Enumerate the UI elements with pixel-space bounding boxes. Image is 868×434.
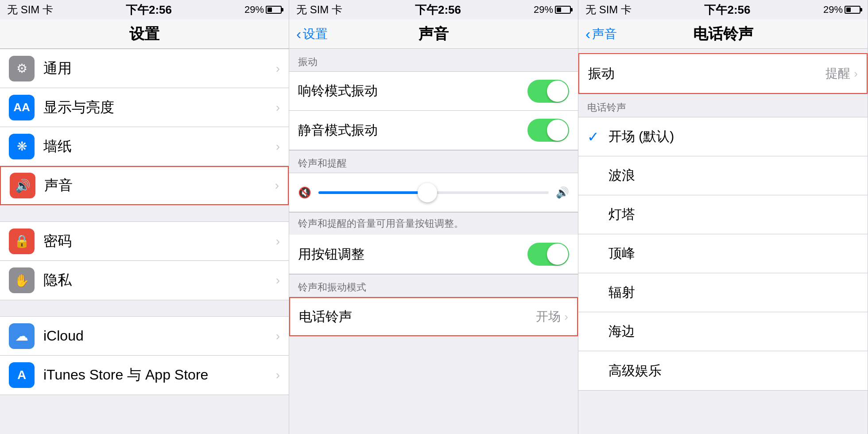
sound-back-button[interactable]: ‹ 设置 — [296, 25, 328, 43]
settings-group-2: 🔒 密码 › ✋ 隐私 › — [0, 221, 289, 300]
battery-pct-3: 29% — [823, 4, 843, 16]
phone-ringtone-label: 电话铃声 — [299, 308, 536, 326]
check-kaichang: ✓ — [587, 128, 601, 145]
general-icon: ⚙ — [9, 56, 35, 81]
vibration-header-label: 振动 — [298, 55, 318, 69]
tone-bolang-label: 波浪 — [608, 167, 635, 185]
chevron-passcode: › — [276, 234, 280, 248]
tone-dengta[interactable]: 灯塔 — [578, 195, 868, 234]
sound-panel: 无 SIM 卡 下午2:56 29% ‹ 设置 声音 振动 响铃模式振动 静音模… — [289, 0, 578, 434]
ringtone-nav-title: 电话铃声 — [693, 24, 753, 44]
volume-high-icon: 🔊 — [556, 186, 569, 199]
tone-gaoji[interactable]: 高级娱乐 — [578, 351, 868, 390]
display-label: 显示与亮度 — [43, 98, 276, 117]
tone-dingfeng-label: 顶峰 — [608, 244, 635, 263]
tone-haibian[interactable]: 海边 — [578, 312, 868, 351]
icloud-label: iCloud — [43, 328, 276, 344]
chevron-wallpaper: › — [276, 140, 280, 154]
nav-bar-sound: ‹ 设置 声音 — [289, 19, 578, 49]
settings-item-general[interactable]: ⚙ 通用 › — [0, 49, 289, 88]
time-3: 下午2:56 — [704, 2, 750, 18]
settings-item-icloud[interactable]: ☁ iCloud › — [0, 317, 289, 356]
icloud-icon: ☁ — [9, 323, 35, 349]
carrier-3: 无 SIM 卡 — [585, 3, 632, 17]
wallpaper-label: 墙纸 — [43, 137, 276, 156]
sound-back-label: 设置 — [303, 26, 328, 43]
phone-ringtone-item[interactable]: 电话铃声 开场 › — [289, 297, 578, 336]
tone-dengta-label: 灯塔 — [608, 205, 635, 224]
volume-slider-thumb[interactable] — [418, 183, 437, 202]
itunes-label: iTunes Store 与 App Store — [43, 365, 276, 385]
nav-bar-settings: 设置 — [0, 19, 289, 49]
back-chevron-ringtone: ‹ — [585, 25, 590, 43]
settings-item-wallpaper[interactable]: ❋ 墙纸 › — [0, 127, 289, 166]
ringtone-alerts-label: 铃声和提醒 — [298, 157, 347, 170]
adjust-buttons-item[interactable]: 用按钮调整 — [289, 235, 578, 274]
ring-vibrate-label: 响铃模式振动 — [298, 82, 527, 100]
ringtone-section-label: 电话铃声 — [587, 101, 626, 114]
carrier-2: 无 SIM 卡 — [296, 3, 342, 17]
display-icon: AA — [9, 95, 35, 120]
tone-dingfeng[interactable]: 顶峰 — [578, 234, 868, 273]
ringtone-list: ✓ 开场 (默认) 波浪 灯塔 顶峰 辐射 海边 高级娱乐 — [578, 117, 868, 391]
silent-vibrate-item[interactable]: 静音模式振动 — [289, 111, 578, 150]
sound-note: 铃声和提醒的音量可用音量按钮调整。 — [289, 213, 578, 235]
tone-bolang[interactable]: 波浪 — [578, 156, 868, 195]
ring-vibrate-item[interactable]: 响铃模式振动 — [289, 72, 578, 111]
sound-icon: 🔊 — [10, 173, 35, 198]
ringtone-section-header: 电话铃声 — [578, 94, 868, 117]
tone-kaichang[interactable]: ✓ 开场 (默认) — [578, 117, 868, 156]
settings-item-privacy[interactable]: ✋ 隐私 › — [0, 261, 289, 300]
general-label: 通用 — [43, 59, 276, 78]
toggle-knob-2 — [547, 120, 568, 141]
ring-vibration-modes-header: 铃声和振动模式 — [289, 274, 578, 297]
tone-fushe[interactable]: 辐射 — [578, 273, 868, 312]
vibrate-section: 振动 提醒 › — [578, 53, 868, 94]
ringtone-mode-section: 电话铃声 开场 › — [289, 297, 578, 337]
volume-slider-track[interactable] — [318, 191, 549, 194]
sound-note-text: 铃声和提醒的音量可用音量按钮调整。 — [298, 218, 464, 229]
volume-slider-row[interactable]: 🔇 🔊 — [289, 173, 578, 212]
battery-pct-2: 29% — [534, 4, 553, 16]
battery-icon-3 — [845, 6, 860, 14]
vibrate-value: 提醒 — [825, 65, 850, 82]
ringtone-alerts-header: 铃声和提醒 — [289, 150, 578, 173]
ring-vibrate-toggle[interactable] — [527, 80, 569, 103]
battery-icon-1 — [266, 6, 282, 14]
wallpaper-icon: ❋ — [9, 134, 35, 159]
vibrate-row[interactable]: 振动 提醒 › — [579, 54, 867, 93]
phone-ringtone-chevron: › — [564, 310, 568, 324]
tone-fushe-label: 辐射 — [608, 283, 635, 302]
settings-item-passcode[interactable]: 🔒 密码 › — [0, 222, 289, 261]
settings-title: 设置 — [129, 24, 159, 44]
phone-ringtone-value: 开场 — [536, 308, 561, 325]
battery-pct-1: 29% — [244, 4, 264, 16]
battery-1: 29% — [244, 4, 282, 16]
settings-item-sound[interactable]: 🔊 声音 › — [0, 166, 289, 205]
battery-3: 29% — [823, 4, 860, 16]
chevron-sound: › — [275, 178, 279, 193]
chevron-privacy: › — [276, 273, 280, 287]
itunes-icon: A — [9, 362, 35, 388]
vibration-section: 响铃模式振动 静音模式振动 — [289, 72, 578, 150]
chevron-general: › — [276, 62, 280, 76]
privacy-icon: ✋ — [9, 267, 35, 293]
battery-icon-2 — [555, 6, 571, 14]
settings-item-display[interactable]: AA 显示与亮度 › — [0, 88, 289, 127]
silent-vibrate-toggle[interactable] — [527, 119, 569, 142]
battery-2: 29% — [534, 4, 571, 16]
chevron-itunes: › — [276, 368, 280, 382]
ringtone-back-button[interactable]: ‹ 声音 — [585, 25, 617, 43]
status-bar-2: 无 SIM 卡 下午2:56 29% — [289, 0, 578, 19]
ringtone-back-label: 声音 — [592, 26, 617, 43]
chevron-display: › — [276, 101, 280, 115]
passcode-icon: 🔒 — [9, 229, 35, 254]
adjust-toggle[interactable] — [527, 243, 569, 266]
settings-item-itunes[interactable]: A iTunes Store 与 App Store › — [0, 356, 289, 395]
adjust-section: 用按钮调整 — [289, 235, 578, 274]
nav-bar-ringtone: ‹ 声音 电话铃声 — [578, 19, 868, 49]
vibrate-label: 振动 — [588, 65, 825, 83]
back-chevron-sound: ‹ — [296, 25, 301, 43]
ring-vibration-modes-label: 铃声和振动模式 — [298, 281, 366, 294]
volume-low-icon: 🔇 — [298, 186, 311, 199]
